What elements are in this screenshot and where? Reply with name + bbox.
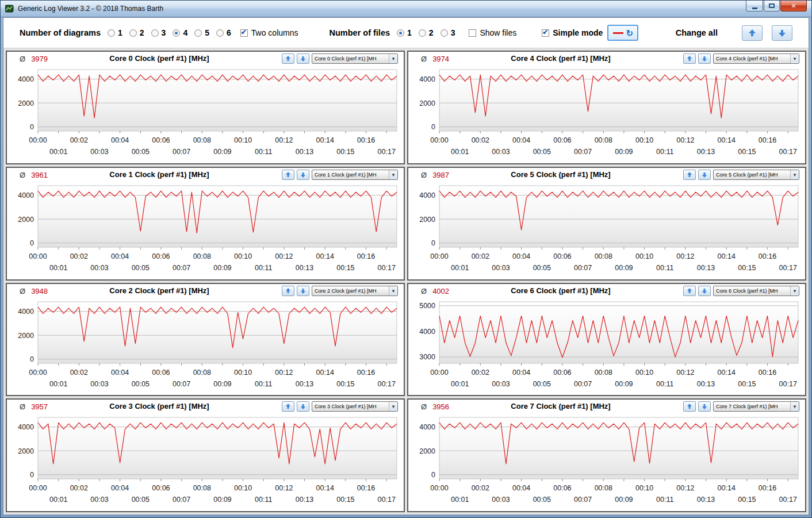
move-up-button[interactable]	[683, 53, 696, 64]
title-bar[interactable]: Generic Log Viewer 3.2 - © 2018 Thomas B…	[1, 1, 811, 17]
chart-plot[interactable]: 02000400000:0000:0100:0200:0300:0400:050…	[408, 182, 805, 279]
series-dropdown[interactable]: Core 2 Clock (perf #1) [MH ▾	[312, 286, 398, 296]
panel-title: Core 1 Clock (perf #1) [MHz]	[53, 170, 266, 179]
average-readout: Ø 3956	[421, 402, 449, 411]
chart-panel-core7: Ø 3956 Core 7 Clock (perf #1) [MHz] Core…	[407, 398, 806, 512]
average-readout: Ø 3979	[20, 55, 48, 63]
chart-plot[interactable]: 30004000500000:0000:0100:0200:0300:0400:…	[408, 298, 805, 396]
svg-text:00:13: 00:13	[296, 496, 313, 504]
checkbox-icon	[542, 29, 549, 37]
svg-text:00:15: 00:15	[336, 380, 354, 388]
svg-text:00:09: 00:09	[615, 264, 633, 272]
down-arrow-icon	[702, 404, 707, 409]
simple-mode-checkbox[interactable]: Simple mode	[542, 28, 603, 37]
svg-text:00:14: 00:14	[718, 136, 736, 144]
average-readout: Ø 3987	[421, 171, 449, 179]
svg-text:00:16: 00:16	[357, 252, 375, 260]
diagrams-option-4[interactable]: 4	[173, 28, 187, 37]
radio-icon	[108, 29, 115, 37]
radio-icon	[151, 29, 159, 37]
checkbox-icon	[469, 29, 476, 37]
svg-text:00:11: 00:11	[255, 380, 272, 388]
diagrams-option-5[interactable]: 5	[194, 28, 209, 37]
move-up-button[interactable]	[683, 170, 696, 180]
move-down-button[interactable]	[297, 170, 309, 180]
panel-title: Core 3 Clock (perf #1) [MHz]	[53, 402, 266, 410]
diagrams-option-3[interactable]: 3	[151, 28, 166, 37]
svg-text:00:03: 00:03	[492, 496, 510, 504]
panel-title: Core 5 Clock (perf #1) [MHz]	[454, 170, 667, 179]
svg-text:00:15: 00:15	[738, 380, 756, 388]
svg-text:2000: 2000	[18, 99, 34, 108]
svg-text:00:16: 00:16	[759, 252, 776, 260]
svg-text:00:11: 00:11	[255, 148, 272, 156]
diagrams-option-1[interactable]: 1	[108, 28, 122, 37]
svg-text:00:01: 00:01	[451, 264, 469, 272]
move-up-button[interactable]	[282, 53, 294, 64]
series-dropdown[interactable]: Core 5 Clock (perf #1) [MH ▾	[713, 170, 799, 180]
chart-plot[interactable]: 02000400000:0000:0100:0200:0300:0400:050…	[7, 66, 404, 163]
svg-text:00:09: 00:09	[615, 148, 633, 156]
chart-panel-core6: Ø 4002 Core 6 Clock (perf #1) [MHz] Core…	[407, 283, 806, 397]
change-all-down-button[interactable]	[772, 25, 792, 41]
svg-text:00:05: 00:05	[132, 264, 150, 272]
move-down-button[interactable]	[297, 401, 309, 412]
series-dropdown[interactable]: Core 0 Clock (perf #1) [MH ▾	[312, 53, 398, 64]
show-files-checkbox[interactable]: Show files	[469, 28, 516, 37]
svg-text:00:06: 00:06	[553, 252, 571, 260]
move-up-button[interactable]	[282, 401, 294, 412]
move-up-button[interactable]	[683, 401, 696, 412]
files-option-3[interactable]: 3	[441, 28, 455, 37]
change-all-up-button[interactable]	[742, 25, 763, 41]
svg-text:00:08: 00:08	[595, 252, 612, 260]
close-icon: ✕	[791, 3, 796, 9]
files-option-2[interactable]: 2	[419, 28, 434, 37]
move-down-button[interactable]	[297, 286, 309, 296]
files-option-1[interactable]: 1	[397, 28, 412, 37]
series-dropdown[interactable]: Core 4 Clock (perf #1) [MH ▾	[713, 53, 799, 64]
move-up-button[interactable]	[683, 286, 696, 296]
series-dropdown-label: Core 6 Clock (perf #1) [MH	[716, 288, 790, 294]
diagrams-option-2[interactable]: 2	[129, 28, 144, 37]
line-style-button[interactable]: ↻	[607, 25, 638, 41]
svg-text:00:04: 00:04	[111, 484, 129, 492]
series-dropdown[interactable]: Core 3 Clock (perf #1) [MH ▾	[312, 401, 398, 412]
dropdown-arrow-icon: ▾	[389, 54, 397, 63]
move-down-button[interactable]	[698, 53, 711, 64]
panel-title: Core 2 Clock (perf #1) [MHz]	[53, 286, 266, 295]
checkbox-icon	[240, 29, 248, 37]
move-down-button[interactable]	[698, 401, 711, 412]
svg-text:00:05: 00:05	[533, 264, 551, 272]
chart-plot[interactable]: 02000400000:0000:0100:0200:0300:0400:050…	[7, 414, 404, 511]
svg-text:00:11: 00:11	[656, 496, 673, 504]
series-dropdown[interactable]: Core 7 Clock (perf #1) [MH ▾	[713, 401, 799, 412]
svg-text:00:11: 00:11	[656, 380, 673, 388]
svg-text:00:00: 00:00	[29, 136, 47, 144]
chart-plot[interactable]: 02000400000:0000:0100:0200:0300:0400:050…	[408, 414, 805, 511]
two-columns-checkbox[interactable]: Two columns	[240, 28, 298, 37]
radio-icon	[216, 29, 224, 37]
svg-text:00:09: 00:09	[213, 496, 231, 504]
minimize-button[interactable]	[746, 1, 763, 11]
close-button[interactable]: ✕	[780, 1, 807, 11]
move-down-button[interactable]	[297, 53, 309, 64]
series-dropdown[interactable]: Core 1 Clock (perf #1) [MH ▾	[312, 170, 398, 180]
chart-plot[interactable]: 02000400000:0000:0100:0200:0300:0400:050…	[408, 66, 805, 163]
svg-text:00:16: 00:16	[357, 484, 375, 492]
svg-text:00:13: 00:13	[697, 264, 715, 272]
dropdown-arrow-icon: ▾	[790, 54, 799, 63]
maximize-button[interactable]	[764, 1, 780, 11]
chart-panel-core4: Ø 3974 Core 4 Clock (perf #1) [MHz] Core…	[407, 51, 806, 164]
move-down-button[interactable]	[698, 170, 711, 180]
series-dropdown[interactable]: Core 6 Clock (perf #1) [MH ▾	[713, 286, 799, 296]
svg-text:00:04: 00:04	[111, 252, 129, 260]
move-up-button[interactable]	[282, 170, 294, 180]
chart-plot[interactable]: 02000400000:0000:0100:0200:0300:0400:050…	[7, 298, 404, 396]
move-up-button[interactable]	[282, 286, 294, 296]
diagrams-option-6[interactable]: 6	[216, 28, 231, 37]
svg-text:00:07: 00:07	[173, 380, 190, 388]
move-down-button[interactable]	[698, 286, 711, 296]
svg-text:2000: 2000	[18, 447, 34, 455]
chart-plot[interactable]: 02000400000:0000:0100:0200:0300:0400:050…	[7, 182, 404, 279]
panel-header: Ø 3956 Core 7 Clock (perf #1) [MHz] Core…	[408, 400, 805, 414]
